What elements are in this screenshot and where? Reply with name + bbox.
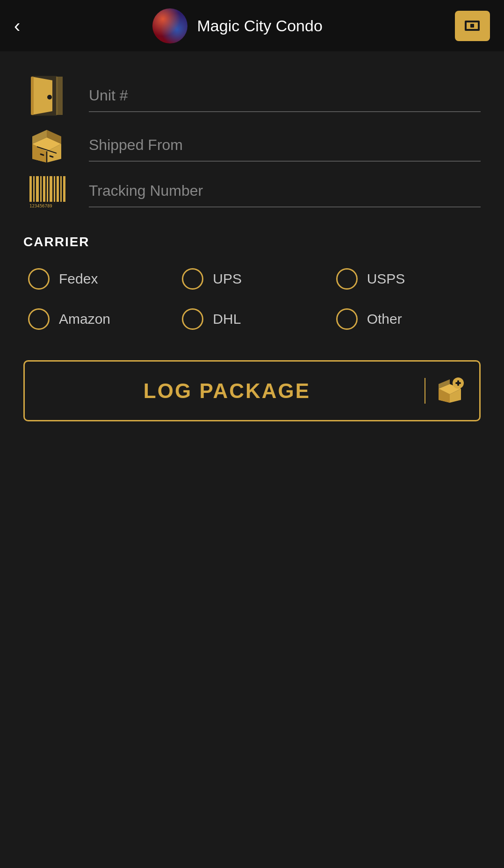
carrier-label: CARRIER <box>23 235 481 249</box>
carrier-radio-ups[interactable] <box>182 268 203 290</box>
menu-button[interactable] <box>455 11 490 41</box>
svg-text:123456789: 123456789 <box>29 204 52 208</box>
main-content: 123456789 CARRIER Fedex UPS USPS <box>0 51 504 449</box>
carrier-radio-usps[interactable] <box>336 268 358 290</box>
box-icon <box>23 126 70 164</box>
svg-rect-12 <box>43 176 45 202</box>
unit-field <box>89 80 481 112</box>
header: ‹ Magic City Condo <box>0 0 504 51</box>
unit-row <box>23 75 481 117</box>
shipped-field <box>89 129 481 162</box>
carrier-label-usps: USPS <box>367 271 405 287</box>
carrier-option-usps[interactable]: USPS <box>336 268 481 290</box>
svg-rect-8 <box>29 176 32 202</box>
unit-input[interactable] <box>89 80 481 112</box>
svg-rect-13 <box>47 176 48 202</box>
carrier-label-other: Other <box>367 311 402 327</box>
carrier-label-ups: UPS <box>213 271 242 287</box>
carrier-grid: Fedex UPS USPS Amazon DHL <box>23 268 481 330</box>
svg-rect-3 <box>56 77 63 115</box>
svg-line-7 <box>50 156 53 157</box>
carrier-option-other[interactable]: Other <box>336 308 481 330</box>
svg-rect-15 <box>54 176 55 202</box>
tracking-input[interactable] <box>89 175 481 207</box>
svg-rect-16 <box>57 176 59 202</box>
svg-rect-1 <box>31 77 34 115</box>
carrier-section: CARRIER Fedex UPS USPS Amazon <box>23 235 481 330</box>
carrier-radio-fedex[interactable] <box>28 268 50 290</box>
svg-rect-9 <box>33 176 35 202</box>
svg-rect-18 <box>63 176 65 202</box>
svg-rect-14 <box>50 176 52 202</box>
svg-point-2 <box>47 95 52 100</box>
back-button[interactable]: ‹ <box>14 16 20 35</box>
shipped-row <box>23 126 481 164</box>
carrier-label-fedex: Fedex <box>59 271 98 287</box>
svg-rect-11 <box>40 176 42 202</box>
carrier-option-amazon[interactable]: Amazon <box>28 308 173 330</box>
header-center: Magic City Condo <box>152 8 322 43</box>
shipped-input[interactable] <box>89 129 481 162</box>
page-title: Magic City Condo <box>197 17 322 35</box>
svg-rect-17 <box>60 176 62 202</box>
log-package-label: LOG PACKAGE <box>39 379 415 403</box>
door-icon <box>23 75 70 117</box>
carrier-label-dhl: DHL <box>213 311 241 327</box>
svg-line-6 <box>41 154 43 155</box>
carrier-label-amazon: Amazon <box>59 311 110 327</box>
svg-rect-10 <box>36 176 39 202</box>
menu-icon <box>465 21 480 31</box>
tracking-row: 123456789 <box>23 174 481 209</box>
log-package-button[interactable]: LOG PACKAGE <box>23 360 481 421</box>
log-package-icon <box>435 376 465 406</box>
carrier-option-ups[interactable]: UPS <box>182 268 326 290</box>
avatar <box>152 8 187 43</box>
tracking-field <box>89 175 481 207</box>
carrier-radio-other[interactable] <box>336 308 358 330</box>
carrier-radio-dhl[interactable] <box>182 308 203 330</box>
button-divider <box>425 378 425 404</box>
carrier-option-dhl[interactable]: DHL <box>182 308 326 330</box>
barcode-icon: 123456789 <box>23 174 70 209</box>
carrier-radio-amazon[interactable] <box>28 308 50 330</box>
svg-rect-22 <box>457 380 459 386</box>
carrier-option-fedex[interactable]: Fedex <box>28 268 173 290</box>
